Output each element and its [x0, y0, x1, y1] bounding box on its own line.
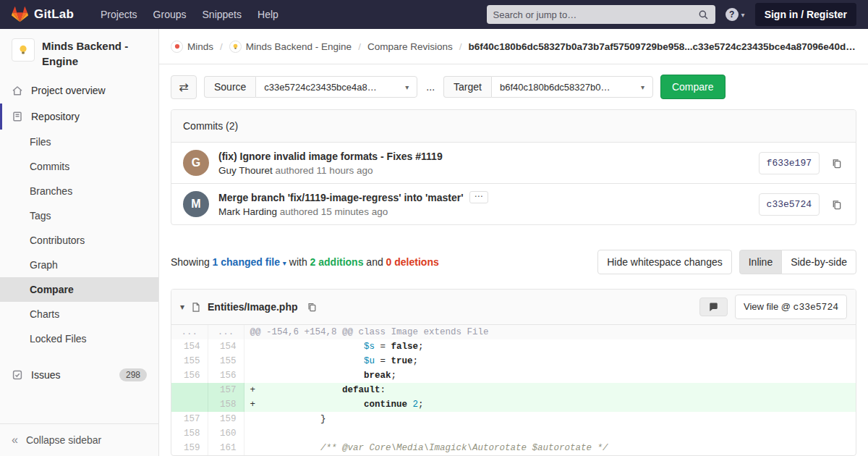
sidebar-item-issues[interactable]: Issues 298	[0, 361, 158, 389]
old-line-number[interactable]: 159	[171, 441, 208, 455]
sidebar-item-contributors[interactable]: Contributors	[0, 228, 158, 253]
sign-in-register-button[interactable]: Sign in / Register	[755, 3, 856, 26]
compare-button[interactable]: Compare	[660, 75, 726, 99]
diff-line-row: 155 155 $u = true;	[171, 354, 856, 368]
commit-title-link[interactable]: (fix) Ignore invalid image formats - Fix…	[218, 151, 443, 162]
view-file-label: View file @	[744, 301, 791, 312]
help-icon: ?	[726, 8, 739, 21]
collapse-sidebar-button[interactable]: « Collapse sidebar	[0, 423, 158, 456]
code-line: /** @var Core\Media\Imagick\Autorotate $…	[244, 441, 856, 455]
old-line-number[interactable]: 157	[171, 412, 208, 426]
sidebar-item-graph[interactable]: Graph	[0, 253, 158, 277]
sidebar-project-name: Minds Backend - Engine	[42, 38, 147, 69]
breadcrumb-project-label: Minds Backend - Engine	[246, 41, 352, 52]
target-label: Target	[443, 76, 491, 98]
commit-sha-button[interactable]: f633e197	[759, 152, 820, 174]
old-line-number[interactable]	[171, 397, 208, 412]
new-line-number[interactable]: 157	[208, 383, 244, 397]
sidebar-item-branches[interactable]: Branches	[0, 179, 158, 203]
view-file-button[interactable]: View file @ c33e5724	[735, 295, 847, 319]
breadcrumb-separator: /	[459, 41, 462, 52]
project-avatar-small	[229, 41, 242, 53]
source-ref-dropdown[interactable]: c33e5724c23435bce4a8… ▾	[255, 76, 417, 98]
side-by-side-view-button[interactable]: Side-by-side	[781, 250, 856, 274]
commit-meta: Mark Harding authored 15 minutes ago	[218, 206, 749, 217]
help-dropdown[interactable]: ? ▾	[726, 8, 745, 21]
inline-view-button[interactable]: Inline	[739, 250, 782, 274]
new-line-number[interactable]: 161	[208, 441, 244, 455]
old-line-number: ...	[171, 325, 208, 339]
breadcrumb-group[interactable]: Minds	[171, 41, 213, 53]
old-line-number[interactable]: 156	[171, 368, 208, 383]
commit-author-avatar[interactable]: M	[183, 191, 209, 217]
new-line-number[interactable]: 156	[208, 368, 244, 383]
project-avatar	[12, 38, 35, 62]
diff-stats-text: Showing 1 changed file ▾ with 2 addition…	[171, 256, 439, 268]
swap-icon: ⇄	[179, 80, 188, 94]
diff-view-toggle: Inline Side-by-side	[739, 250, 856, 274]
sidebar-item-compare[interactable]: Compare	[0, 277, 158, 302]
sidebar-project-link[interactable]: Minds Backend - Engine	[0, 29, 158, 77]
commit-title-link[interactable]: Merge branch 'fix/1119-image-regress' in…	[218, 192, 464, 203]
copy-sha-icon[interactable]	[829, 156, 844, 171]
sidebar-item-project-overview[interactable]: Project overview	[0, 77, 158, 104]
code-line	[244, 426, 856, 441]
sidebar-item-charts[interactable]: Charts	[0, 302, 158, 326]
collapse-diff-icon[interactable]: ▾	[180, 302, 184, 312]
hide-whitespace-button[interactable]: Hide whitespace changes	[597, 250, 732, 274]
target-input-group: Target b6f40c180b6dc58327b0… ▾	[443, 76, 653, 98]
swap-revisions-button[interactable]: ⇄	[171, 75, 197, 99]
changed-files-dropdown[interactable]: 1 changed file ▾	[213, 256, 286, 268]
old-line-number[interactable]	[171, 383, 208, 397]
nav-item-groups[interactable]: Groups	[145, 3, 195, 26]
old-line-number[interactable]: 155	[171, 354, 208, 368]
copy-sha-icon[interactable]	[829, 197, 844, 212]
sidebar-item-tags[interactable]: Tags	[0, 203, 158, 228]
commit-sha-button[interactable]: c33e5724	[759, 193, 820, 216]
new-line-number[interactable]: 160	[208, 426, 244, 441]
chevron-down-icon: ▾	[641, 83, 644, 91]
sidebar-item-commits[interactable]: Commits	[0, 154, 158, 179]
target-ref-value: b6f40c180b6dc58327b0…	[500, 82, 610, 93]
nav-item-projects[interactable]: Projects	[93, 3, 145, 26]
nav-item-snippets[interactable]: Snippets	[195, 3, 250, 26]
commit-author-link[interactable]: Guy Thouret	[218, 165, 273, 176]
diff-stats-bar: Showing 1 changed file ▾ with 2 addition…	[171, 250, 856, 274]
diff-line-row: 159 161 /** @var Core\Media\Imagick\Auto…	[171, 441, 856, 455]
comment-bubble-icon	[708, 302, 719, 312]
breadcrumb-separator: /	[358, 41, 361, 52]
toggle-commit-description-button[interactable]: ⋯	[469, 191, 488, 203]
search-input[interactable]	[493, 9, 698, 20]
global-search	[487, 5, 715, 24]
sidebar-item-locked-files[interactable]: Locked Files	[0, 326, 158, 351]
sidebar-item-repository[interactable]: Repository	[0, 104, 158, 130]
project-sidebar: Minds Backend - Engine Project overview …	[0, 29, 159, 456]
new-line-number[interactable]: 158	[208, 397, 244, 412]
new-line-number[interactable]: 155	[208, 354, 244, 368]
new-line-number[interactable]: 159	[208, 412, 244, 426]
compare-revisions-form: ⇄ Source c33e5724c23435bce4a8… ▾ ... Tar…	[159, 64, 868, 108]
copy-file-path-icon[interactable]	[305, 300, 319, 314]
old-line-number[interactable]: 158	[171, 426, 208, 441]
comment-on-file-button[interactable]	[699, 297, 728, 316]
code-line: break;	[244, 368, 856, 383]
target-ref-dropdown[interactable]: b6f40c180b6dc58327b0… ▾	[491, 76, 653, 98]
sidebar-item-files[interactable]: Files	[0, 130, 158, 154]
search-icon[interactable]	[698, 9, 709, 20]
new-line-number[interactable]: 154	[208, 339, 244, 354]
commit-author-link[interactable]: Mark Harding	[218, 206, 277, 217]
old-line-number[interactable]: 154	[171, 339, 208, 354]
with-label: with	[289, 256, 307, 268]
breadcrumb-project[interactable]: Minds Backend - Engine	[229, 41, 352, 53]
home-icon	[12, 85, 23, 96]
breadcrumb-group-label: Minds	[187, 41, 213, 52]
commit-author-avatar[interactable]: G	[183, 150, 209, 176]
file-path: Entities/Image.php	[208, 301, 297, 313]
breadcrumb-page[interactable]: Compare Revisions	[367, 41, 453, 52]
nav-item-help[interactable]: Help	[250, 3, 286, 26]
breadcrumb-separator: /	[220, 41, 223, 52]
gitlab-logo[interactable]: GitLab	[12, 7, 74, 22]
code-line: $u = true;	[244, 354, 856, 368]
group-avatar	[171, 41, 183, 53]
breadcrumb-revision-range: b6f40c180b6dc58327b0a73b7af57509729be958…	[468, 41, 856, 52]
